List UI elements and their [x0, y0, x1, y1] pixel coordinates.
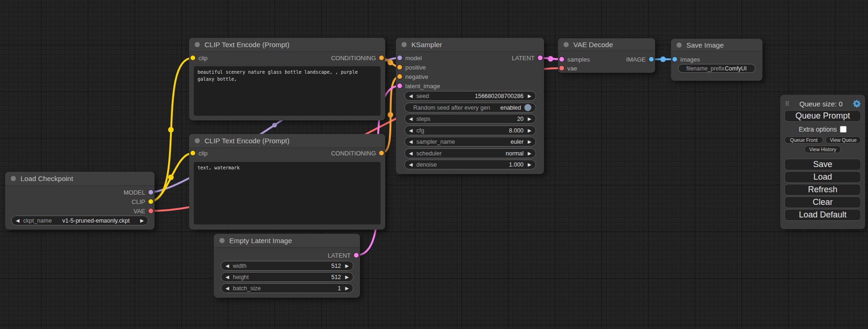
- decrement-arrow-icon[interactable]: ◀: [226, 286, 229, 291]
- decrement-arrow-icon[interactable]: ◀: [226, 275, 229, 280]
- widget-scheduler[interactable]: ◀ scheduler normal ▶: [404, 148, 536, 158]
- output-slot-conditioning[interactable]: CONDITIONING: [331, 149, 384, 157]
- decrement-arrow-icon[interactable]: ◀: [226, 264, 229, 268]
- image-port-icon[interactable]: [672, 57, 677, 62]
- input-slot-latent-image[interactable]: latent_image: [397, 82, 440, 90]
- collapse-dot[interactable]: [195, 42, 200, 47]
- decrement-arrow-icon[interactable]: ◀: [409, 140, 413, 144]
- node-empty-latent-image[interactable]: Empty Latent Image LATENT ◀ width 512 ▶ …: [214, 234, 360, 298]
- input-slot-clip[interactable]: clip: [191, 54, 208, 62]
- prompt-textarea[interactable]: beautiful scenery nature glass bottle la…: [194, 66, 381, 116]
- node-graph-canvas[interactable]: Load Checkpoint MODEL CLIP VAE ◀ ckpt_na…: [0, 0, 868, 329]
- collapse-dot[interactable]: [564, 42, 569, 47]
- node-title-bar[interactable]: CLIP Text Encode (Prompt): [189, 134, 385, 148]
- input-slot-model[interactable]: model: [397, 54, 422, 62]
- node-title-bar[interactable]: Load Checkpoint: [5, 172, 155, 186]
- collapse-dot[interactable]: [402, 42, 407, 47]
- node-vae-decode[interactable]: VAE Decode samples vae IMAGE: [558, 38, 655, 73]
- collapse-dot[interactable]: [11, 176, 16, 181]
- increment-arrow-icon[interactable]: ▶: [528, 94, 531, 98]
- vae-port-icon[interactable]: [559, 66, 564, 70]
- queue-prompt-button[interactable]: Queue Prompt: [784, 110, 861, 122]
- latent-port-icon[interactable]: [559, 57, 564, 62]
- node-load-checkpoint[interactable]: Load Checkpoint MODEL CLIP VAE ◀ ckpt_na…: [5, 172, 155, 230]
- increment-arrow-icon[interactable]: ▶: [528, 128, 531, 133]
- output-slot-clip[interactable]: CLIP: [132, 198, 153, 205]
- decrement-arrow-icon[interactable]: ◀: [409, 94, 413, 98]
- decrement-arrow-icon[interactable]: ◀: [409, 128, 413, 133]
- decrement-arrow-icon[interactable]: ◀: [409, 117, 413, 121]
- latent-port-icon[interactable]: [354, 253, 359, 258]
- increment-arrow-icon[interactable]: ▶: [345, 275, 349, 280]
- input-slot-samples[interactable]: samples: [559, 56, 590, 63]
- widget-width[interactable]: ◀ width 512 ▶: [221, 261, 353, 271]
- node-clip-text-encode-negative[interactable]: CLIP Text Encode (Prompt) clip CONDITION…: [189, 134, 385, 230]
- latent-port-icon[interactable]: [397, 84, 402, 88]
- conditioning-port-icon[interactable]: [379, 151, 384, 155]
- clip-port-icon[interactable]: [148, 199, 153, 204]
- node-title-bar[interactable]: Empty Latent Image: [214, 234, 360, 248]
- image-port-icon[interactable]: [649, 57, 654, 62]
- increment-arrow-icon[interactable]: ▶: [345, 264, 349, 268]
- prompt-textarea[interactable]: text, watermark: [194, 162, 381, 224]
- input-slot-positive[interactable]: positive: [397, 63, 426, 71]
- widget-height[interactable]: ◀ height 512 ▶: [221, 272, 353, 282]
- widget-seed[interactable]: ◀ seed 156680208700286 ▶: [404, 91, 536, 101]
- model-port-icon[interactable]: [397, 56, 402, 60]
- node-title-bar[interactable]: Save Image: [671, 39, 762, 51]
- toggle-knob-icon[interactable]: [524, 104, 531, 111]
- output-slot-vae[interactable]: VAE: [134, 207, 153, 215]
- decrement-arrow-icon[interactable]: ◀: [16, 218, 20, 223]
- view-history-button[interactable]: View History: [804, 146, 841, 153]
- view-queue-button[interactable]: View Queue: [826, 136, 861, 144]
- node-title-bar[interactable]: KSampler: [396, 38, 544, 52]
- input-slot-images[interactable]: images: [672, 56, 700, 63]
- conditioning-port-icon[interactable]: [379, 56, 384, 60]
- input-slot-negative[interactable]: negative: [397, 73, 428, 80]
- collapse-dot[interactable]: [219, 238, 225, 243]
- refresh-button[interactable]: Refresh: [784, 184, 861, 196]
- output-slot-latent[interactable]: LATENT: [328, 252, 359, 259]
- widget-cfg[interactable]: ◀ cfg 8.000 ▶: [404, 126, 536, 135]
- decrement-arrow-icon[interactable]: ◀: [409, 162, 413, 167]
- widget-sampler-name[interactable]: ◀ sampler_name euler ▶: [404, 137, 536, 147]
- output-slot-latent[interactable]: LATENT: [512, 54, 543, 62]
- collapse-dot[interactable]: [677, 42, 682, 48]
- latent-port-icon[interactable]: [538, 56, 543, 60]
- node-title-bar[interactable]: VAE Decode: [558, 38, 655, 51]
- clip-port-icon[interactable]: [191, 151, 195, 155]
- increment-arrow-icon[interactable]: ▶: [140, 218, 144, 223]
- collapse-dot[interactable]: [195, 138, 200, 143]
- output-slot-model[interactable]: MODEL: [124, 189, 153, 196]
- conditioning-port-icon[interactable]: [397, 65, 402, 70]
- widget-random-seed-toggle[interactable]: Random seed after every gen enabled: [404, 103, 536, 112]
- widget-denoise[interactable]: ◀ denoise 1.000 ▶: [404, 160, 536, 169]
- vae-port-icon[interactable]: [148, 209, 153, 213]
- output-slot-image[interactable]: IMAGE: [626, 56, 654, 63]
- widget-steps[interactable]: ◀ steps 20 ▶: [404, 114, 536, 124]
- increment-arrow-icon[interactable]: ▶: [528, 140, 531, 144]
- node-ksampler[interactable]: KSampler model positive negative latent_…: [396, 38, 544, 174]
- extra-options-checkbox[interactable]: [840, 126, 847, 133]
- widget-batch-size[interactable]: ◀ batch_size 1 ▶: [221, 283, 353, 293]
- clear-button[interactable]: Clear: [784, 196, 861, 208]
- increment-arrow-icon[interactable]: ▶: [528, 151, 531, 156]
- increment-arrow-icon[interactable]: ▶: [528, 162, 531, 167]
- node-title-bar[interactable]: CLIP Text Encode (Prompt): [189, 38, 385, 52]
- drag-handle-icon[interactable]: ⠿: [785, 101, 790, 107]
- save-button[interactable]: Save: [784, 159, 861, 170]
- node-save-image[interactable]: Save Image images filename_prefix ComfyU…: [671, 39, 762, 81]
- settings-gear-icon[interactable]: [853, 99, 861, 108]
- node-clip-text-encode-positive[interactable]: CLIP Text Encode (Prompt) clip CONDITION…: [189, 38, 385, 120]
- input-slot-vae[interactable]: vae: [559, 64, 577, 72]
- load-button[interactable]: Load: [784, 171, 861, 183]
- decrement-arrow-icon[interactable]: ◀: [409, 151, 413, 156]
- widget-filename-prefix[interactable]: filename_prefix ComfyUI: [678, 64, 755, 73]
- clip-port-icon[interactable]: [191, 56, 195, 60]
- widget-ckpt-name[interactable]: ◀ ckpt_name v1-5-pruned-emaonly.ckpt ▶: [11, 216, 148, 225]
- model-port-icon[interactable]: [148, 190, 153, 195]
- load-default-button[interactable]: Load Default: [784, 209, 861, 221]
- output-slot-conditioning[interactable]: CONDITIONING: [331, 54, 384, 62]
- conditioning-port-icon[interactable]: [397, 74, 402, 79]
- increment-arrow-icon[interactable]: ▶: [528, 117, 531, 121]
